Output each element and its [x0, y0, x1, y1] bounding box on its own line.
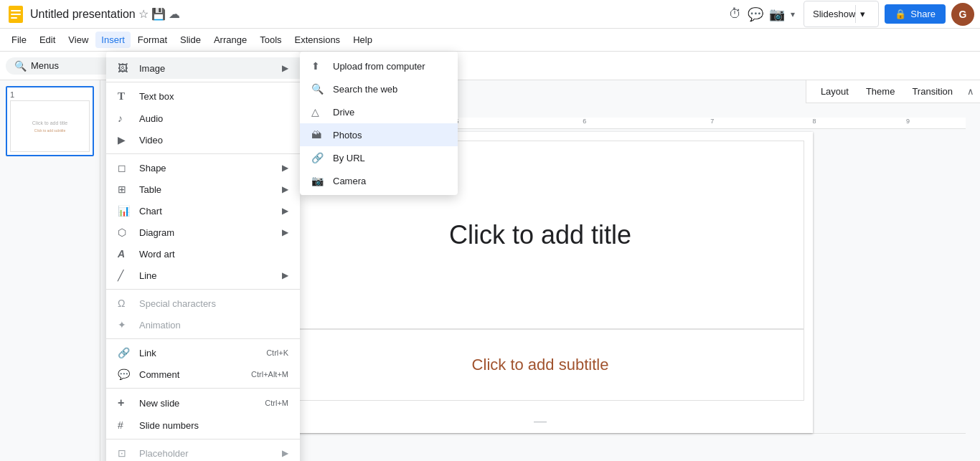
image-menu-label: Image: [139, 63, 165, 74]
line-menu-icon: ╱: [118, 270, 132, 281]
menu-insert[interactable]: Insert: [95, 32, 131, 48]
insert-table-item[interactable]: ⊞ Table ▶: [106, 179, 300, 200]
slides-panel: 1 Click to add title Click to add subtit…: [0, 80, 100, 461]
share-button[interactable]: 🔒 Share: [885, 4, 946, 24]
table-menu-label: Table: [139, 184, 161, 195]
tab-layout[interactable]: Layout: [812, 82, 857, 101]
menu-help[interactable]: Help: [347, 32, 378, 48]
tab-transition[interactable]: Transition: [903, 82, 961, 101]
search-bar: 🔍 Menus: [6, 57, 121, 75]
insert-menu: 🖼 Image ▶ T Text box ♪ Audio ▶ Video ◻ S…: [106, 52, 300, 461]
slideshow-button[interactable]: Slideshow ▾: [804, 1, 879, 27]
upload-label: Upload from computer: [333, 61, 425, 72]
comment-menu-label: Comment: [139, 369, 179, 380]
cloud-icon[interactable]: ☁: [169, 7, 180, 21]
doc-title[interactable]: Untitled presentation: [30, 8, 136, 21]
table-arrow-icon: ▶: [282, 184, 288, 194]
meet-dropdown-icon[interactable]: ▾: [791, 9, 795, 19]
image-menu-icon: 🖼: [118, 62, 132, 74]
menu-format[interactable]: Format: [132, 32, 173, 48]
special-chars-menu-icon: Ω: [118, 298, 132, 309]
insert-link-item[interactable]: 🔗 Link Ctrl+K: [106, 342, 300, 363]
insert-textbox-item[interactable]: T Text box: [106, 85, 300, 108]
insert-placeholder-item[interactable]: ⊡ Placeholder ▶: [106, 442, 300, 461]
insert-comment-item[interactable]: 💬 Comment Ctrl+Alt+M: [106, 363, 300, 385]
chart-menu-label: Chart: [139, 206, 162, 217]
slide-thumbnail-1[interactable]: 1 Click to add title Click to add subtit…: [6, 86, 94, 156]
slide-numbers-menu-label: Slide numbers: [139, 420, 199, 431]
menus-label[interactable]: Menus: [31, 60, 59, 71]
shape-menu-icon: ◻: [118, 162, 132, 174]
comment-menu-icon: 💬: [118, 369, 132, 380]
line-menu-label: Line: [139, 270, 157, 281]
insert-new-slide-item[interactable]: + New slide Ctrl+M: [106, 391, 300, 414]
animation-menu-icon: ✦: [118, 319, 132, 331]
menu-arrange[interactable]: Arrange: [208, 32, 253, 48]
svg-rect-3: [11, 17, 17, 19]
insert-audio-item[interactable]: ♪ Audio: [106, 108, 300, 129]
insert-video-item[interactable]: ▶ Video: [106, 129, 300, 151]
title-bar: Untitled presentation ☆ 💾 ☁ ⏱ 💬 📷 ▾ Slid…: [0, 0, 980, 29]
animation-menu-label: Animation: [139, 320, 181, 331]
save-icon[interactable]: 💾: [151, 7, 166, 21]
insert-menu-section-4: Ω Special characters ✦ Animation: [106, 290, 300, 339]
by-url-label: By URL: [333, 153, 365, 163]
slideshow-dropdown-icon[interactable]: ▾: [855, 5, 870, 23]
ruler-label-8: 8: [813, 118, 816, 125]
tab-theme[interactable]: Theme: [857, 82, 903, 101]
audio-menu-icon: ♪: [118, 113, 132, 124]
link-menu-label: Link: [139, 348, 156, 358]
wordart-menu-label: Word art: [139, 249, 175, 260]
avatar[interactable]: G: [951, 3, 974, 26]
ruler-label-9: 9: [906, 118, 910, 125]
new-slide-menu-icon: +: [118, 396, 132, 409]
menu-view[interactable]: View: [62, 32, 94, 48]
comment-shortcut: Ctrl+Alt+M: [251, 370, 288, 379]
insert-wordart-item[interactable]: A Word art: [106, 243, 300, 265]
subtitle-area[interactable]: Click to add subtitle: [276, 329, 804, 401]
slide-title-placeholder[interactable]: Click to add title: [435, 206, 646, 265]
slide-thumb-inner: Click to add title Click to add subtitle: [10, 100, 90, 152]
menu-file[interactable]: File: [6, 32, 32, 48]
insert-special-chars-item[interactable]: Ω Special characters: [106, 293, 300, 314]
insert-chart-item[interactable]: 📊 Chart ▶: [106, 200, 300, 222]
image-drive-item[interactable]: △ Drive: [300, 100, 458, 123]
slide-number: 1: [10, 90, 90, 99]
special-chars-menu-label: Special characters: [139, 298, 216, 309]
star-icon[interactable]: ☆: [138, 7, 149, 21]
table-menu-icon: ⊞: [118, 184, 132, 195]
image-by-url-item[interactable]: 🔗 By URL: [300, 146, 458, 169]
meet-icon[interactable]: 📷: [769, 6, 785, 22]
history-icon[interactable]: ⏱: [729, 6, 742, 22]
insert-image-item[interactable]: 🖼 Image ▶: [106, 57, 300, 79]
panel-collapse-button[interactable]: ∧: [967, 86, 974, 97]
image-photos-item[interactable]: 🏔 Photos: [300, 123, 458, 146]
insert-menu-section-7: ⊡ Placeholder ▶: [106, 439, 300, 461]
slide-subtitle-placeholder[interactable]: Click to add subtitle: [443, 341, 638, 389]
comments-icon[interactable]: 💬: [748, 6, 763, 22]
image-camera-item[interactable]: 📷 Camera: [300, 169, 458, 192]
insert-menu-section-5: 🔗 Link Ctrl+K 💬 Comment Ctrl+Alt+M: [106, 339, 300, 389]
camera-label: Camera: [333, 176, 366, 186]
slideshow-label: Slideshow: [813, 9, 855, 19]
drive-label: Drive: [333, 107, 354, 118]
insert-shape-item[interactable]: ◻ Shape ▶: [106, 157, 300, 179]
menu-extensions[interactable]: Extensions: [289, 32, 347, 48]
slide-numbers-menu-icon: #: [118, 419, 132, 431]
slide-bottom-indicator: —: [268, 409, 813, 433]
menu-edit[interactable]: Edit: [34, 32, 61, 48]
insert-menu-section-2: T Text box ♪ Audio ▶ Video: [106, 82, 300, 154]
insert-slide-numbers-item[interactable]: # Slide numbers: [106, 414, 300, 436]
menu-slide[interactable]: Slide: [174, 32, 207, 48]
image-search-web-item[interactable]: 🔍 Search the web: [300, 77, 458, 100]
insert-line-item[interactable]: ╱ Line ▶: [106, 265, 300, 286]
diagram-menu-label: Diagram: [139, 227, 174, 238]
textbox-menu-icon: T: [118, 90, 132, 103]
image-upload-item[interactable]: ⬆ Upload from computer: [300, 54, 458, 77]
svg-rect-2: [11, 14, 21, 15]
menu-tools[interactable]: Tools: [254, 32, 287, 48]
title-bar-right: ⏱ 💬 📷 ▾ Slideshow ▾ 🔒 Share G: [729, 1, 974, 27]
insert-diagram-item[interactable]: ⬡ Diagram ▶: [106, 222, 300, 243]
insert-animation-item[interactable]: ✦ Animation: [106, 314, 300, 336]
new-slide-menu-label: New slide: [139, 398, 179, 409]
